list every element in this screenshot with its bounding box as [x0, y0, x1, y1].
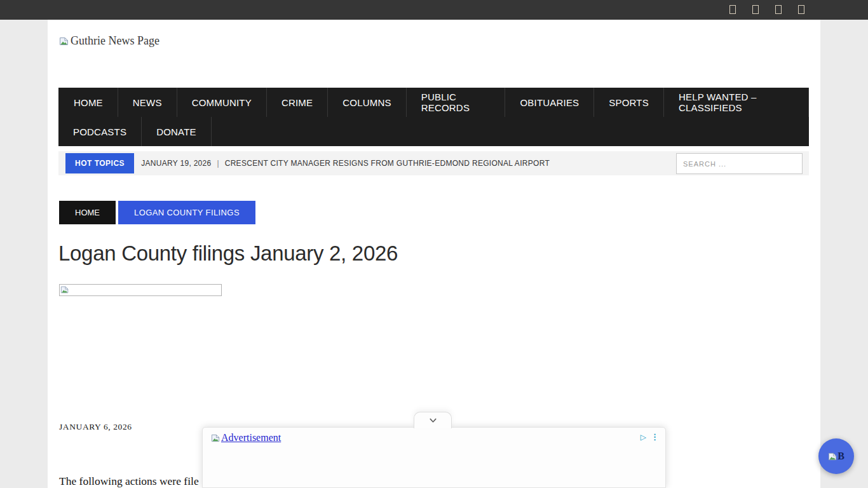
- broken-image-icon: [828, 452, 837, 461]
- social-icon-placeholder[interactable]: [729, 5, 736, 14]
- article-body-text: The following actions were file: [59, 475, 199, 488]
- hot-topic-headline-link[interactable]: CRESCENT CITY MANAGER RESIGNS FROM GUTHR…: [225, 159, 550, 168]
- nav-row-1: HOME NEWS COMMUNITY CRIME COLUMNS PUBLIC…: [58, 88, 809, 117]
- social-icons-row: [729, 5, 804, 14]
- nav-row-2: PODCASTS DONATE: [58, 117, 809, 146]
- article-date: JANUARY 6, 2026: [59, 422, 132, 432]
- advertisement-panel: Advertisement ▷ ⋮: [202, 427, 666, 488]
- broken-image-icon: [211, 433, 220, 443]
- nav-item-crime[interactable]: CRIME: [267, 88, 328, 117]
- search-input[interactable]: [676, 153, 803, 174]
- advertisement-link[interactable]: Advertisement: [211, 432, 281, 444]
- nav-item-help-wanted-classifieds[interactable]: HELP WANTED – CLASSIFIEDS: [664, 88, 809, 117]
- hot-topic-date: JANUARY 19, 2026: [141, 159, 211, 168]
- ad-controls: ▷ ⋮: [641, 432, 659, 442]
- breadcrumb-home-link[interactable]: HOME: [59, 201, 116, 224]
- chevron-down-icon: [428, 415, 438, 426]
- featured-image-broken-placeholder: [59, 284, 222, 296]
- hot-topic-separator: |: [217, 159, 219, 168]
- top-bar: [0, 0, 868, 20]
- adchoices-icon[interactable]: ▷: [641, 433, 646, 442]
- ad-options-menu-icon[interactable]: ⋮: [651, 432, 659, 442]
- floating-button-label: B: [837, 451, 844, 462]
- main-nav: HOME NEWS COMMUNITY CRIME COLUMNS PUBLIC…: [58, 88, 809, 146]
- nav-item-public-records[interactable]: PUBLIC RECORDS: [407, 88, 506, 117]
- floating-action-button[interactable]: B: [818, 438, 854, 474]
- site-logo-link[interactable]: Guthrie News Page: [59, 34, 159, 48]
- nav-item-sports[interactable]: SPORTS: [594, 88, 664, 117]
- ad-header: Advertisement ▷ ⋮: [203, 428, 665, 444]
- nav-item-news[interactable]: NEWS: [118, 88, 177, 117]
- page-title: Logan County filings January 2, 2026: [58, 241, 398, 266]
- advertisement-link-label[interactable]: Advertisement: [221, 432, 281, 444]
- social-icon-placeholder[interactable]: [775, 5, 782, 14]
- broken-image-icon: [59, 36, 69, 46]
- nav-item-home[interactable]: HOME: [58, 88, 118, 117]
- nav-item-obituaries[interactable]: OBITUARIES: [505, 88, 594, 117]
- breadcrumb-current[interactable]: LOGAN COUNTY FILINGS: [118, 201, 255, 224]
- nav-item-community[interactable]: COMMUNITY: [177, 88, 267, 117]
- nav-item-donate[interactable]: DONATE: [142, 117, 212, 146]
- ad-collapse-button[interactable]: [414, 412, 452, 428]
- nav-item-podcasts[interactable]: PODCASTS: [58, 117, 142, 146]
- site-name: Guthrie News Page: [71, 34, 159, 48]
- page: Guthrie News Page HOME NEWS COMMUNITY CR…: [0, 0, 868, 488]
- hot-topics-badge[interactable]: HOT TOPICS: [65, 153, 134, 173]
- social-icon-placeholder[interactable]: [798, 5, 804, 14]
- hot-topics-bar: HOT TOPICS JANUARY 19, 2026 | CRESCENT C…: [58, 151, 809, 175]
- social-icon-placeholder[interactable]: [752, 5, 759, 14]
- breadcrumb: HOME LOGAN COUNTY FILINGS: [59, 201, 255, 224]
- broken-image-icon: [60, 285, 69, 294]
- nav-item-columns[interactable]: COLUMNS: [328, 88, 406, 117]
